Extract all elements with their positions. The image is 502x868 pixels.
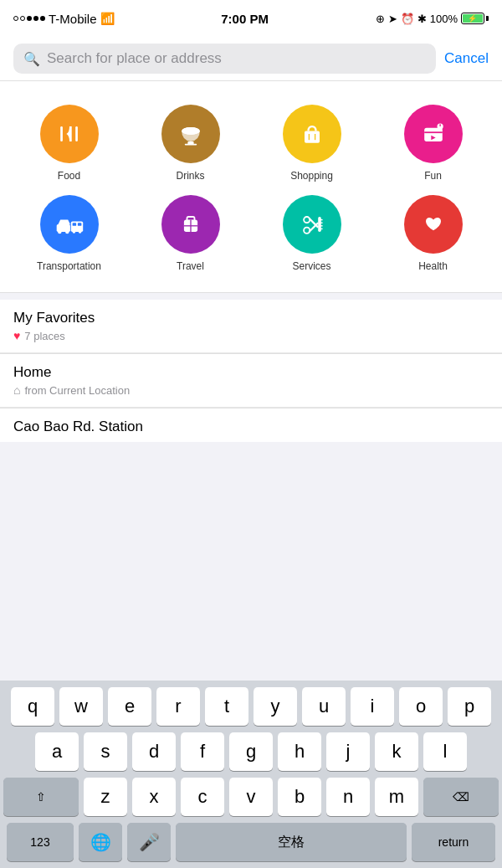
svg-line-29	[309, 223, 318, 232]
partial-item-title: Cao Bao Rd. Station	[13, 419, 489, 435]
key-j[interactable]: j	[326, 732, 370, 771]
home-item[interactable]: Home ⌂ from Current Location	[0, 354, 502, 408]
key-z[interactable]: z	[84, 778, 127, 816]
location-icon: ➤	[388, 13, 397, 25]
key-mic[interactable]: 🎤	[127, 823, 171, 861]
svg-point-16	[65, 230, 69, 234]
battery-lightning-icon: ⚡	[468, 14, 477, 23]
favorites-subtitle: ♥ 7 places	[13, 329, 489, 342]
return-label: return	[438, 835, 469, 849]
key-y[interactable]: y	[254, 687, 297, 726]
health-circle	[404, 195, 463, 254]
key-delete[interactable]: ⌫	[423, 778, 499, 816]
shopping-icon	[297, 119, 327, 149]
key-s[interactable]: s	[84, 732, 127, 771]
svg-point-27	[304, 228, 310, 234]
category-drinks[interactable]: Drinks	[130, 98, 251, 188]
favorites-item[interactable]: My Favorites ♥ 7 places	[0, 300, 502, 353]
svg-point-21	[78, 230, 81, 234]
key-p[interactable]: p	[448, 687, 491, 726]
signal-dot-1	[13, 16, 18, 21]
services-circle	[283, 195, 341, 254]
key-d[interactable]: d	[132, 732, 176, 771]
svg-rect-30	[318, 217, 321, 232]
key-t[interactable]: t	[205, 687, 248, 726]
categories-section: Food Drinks	[0, 81, 502, 292]
alarm-icon: ⏰	[401, 13, 414, 25]
battery-indicator: ⚡	[461, 13, 489, 24]
food-label: Food	[58, 170, 80, 182]
status-bar: T-Mobile 📶 7:00 PM ⊕ ➤ ⏰ ✱ 100% ⚡	[0, 0, 502, 37]
numbers-label: 123	[30, 835, 49, 849]
partial-item[interactable]: Cao Bao Rd. Station	[0, 408, 502, 442]
category-food[interactable]: Food	[8, 98, 130, 188]
travel-label: Travel	[177, 260, 204, 272]
gps-icon: ⊕	[376, 13, 385, 25]
key-w[interactable]: w	[59, 687, 103, 726]
travel-circle	[161, 195, 220, 254]
key-numbers[interactable]: 123	[7, 823, 74, 861]
svg-rect-1	[75, 126, 78, 141]
svg-rect-9	[424, 128, 443, 141]
svg-rect-5	[184, 144, 196, 146]
favorites-title: My Favorites	[13, 310, 489, 326]
key-u[interactable]: u	[302, 687, 346, 726]
key-r[interactable]: r	[156, 687, 200, 726]
key-n[interactable]: n	[326, 778, 370, 816]
key-x[interactable]: x	[132, 778, 176, 816]
key-b[interactable]: b	[278, 778, 321, 816]
category-shopping[interactable]: Shopping	[251, 98, 372, 188]
food-icon	[54, 119, 85, 149]
key-shift[interactable]: ⇧	[3, 778, 79, 816]
globe-icon: 🌐	[90, 832, 111, 852]
travel-icon	[176, 209, 206, 239]
keyboard-bottom-row: 123 🌐 🎤 空格 return	[0, 819, 502, 868]
key-g[interactable]: g	[229, 732, 273, 771]
category-health[interactable]: Health	[372, 188, 494, 279]
keyboard-row-1: q w e r t y u i o p	[3, 687, 499, 726]
key-o[interactable]: o	[399, 687, 443, 726]
signal-dot-5	[40, 16, 45, 21]
category-services[interactable]: Services	[251, 188, 372, 279]
home-icon: ⌂	[13, 383, 20, 397]
fun-label: Fun	[424, 170, 442, 182]
search-input-wrap[interactable]: 🔍 Search for place or address	[13, 44, 436, 74]
mic-icon: 🎤	[139, 832, 160, 852]
category-travel[interactable]: Travel	[130, 188, 251, 279]
key-e[interactable]: e	[108, 687, 151, 726]
svg-point-15	[58, 230, 62, 234]
transportation-icon	[54, 209, 85, 239]
key-f[interactable]: f	[181, 732, 224, 771]
health-label: Health	[418, 260, 448, 272]
category-fun[interactable]: Fun	[372, 98, 494, 188]
home-location: from Current Location	[24, 384, 130, 397]
key-l[interactable]: l	[423, 732, 467, 771]
home-subtitle: ⌂ from Current Location	[13, 383, 489, 397]
key-space[interactable]: 空格	[176, 823, 407, 861]
fun-icon	[418, 119, 448, 149]
key-h[interactable]: h	[278, 732, 321, 771]
svg-line-28	[309, 218, 318, 228]
key-k[interactable]: k	[375, 732, 418, 771]
key-a[interactable]: a	[35, 732, 79, 771]
transportation-label: Transportation	[37, 260, 101, 272]
shopping-label: Shopping	[290, 170, 333, 182]
home-title: Home	[13, 364, 489, 381]
key-return[interactable]: return	[412, 823, 495, 861]
category-transportation[interactable]: Transportation	[8, 188, 130, 279]
key-i[interactable]: i	[351, 687, 394, 726]
category-grid: Food Drinks	[8, 98, 494, 279]
keyboard-row-3: ⇧ z x c v b n m ⌫	[3, 778, 499, 816]
key-c[interactable]: c	[181, 778, 224, 816]
key-m[interactable]: m	[375, 778, 418, 816]
key-v[interactable]: v	[229, 778, 273, 816]
key-globe[interactable]: 🌐	[79, 823, 122, 861]
key-q[interactable]: q	[11, 687, 54, 726]
cancel-button[interactable]: Cancel	[444, 50, 489, 67]
signal-dot-4	[33, 16, 38, 21]
status-time: 7:00 PM	[221, 12, 269, 26]
svg-rect-6	[305, 131, 320, 142]
svg-point-26	[304, 217, 310, 223]
food-circle	[40, 105, 99, 163]
battery-percent: 100%	[430, 13, 458, 25]
